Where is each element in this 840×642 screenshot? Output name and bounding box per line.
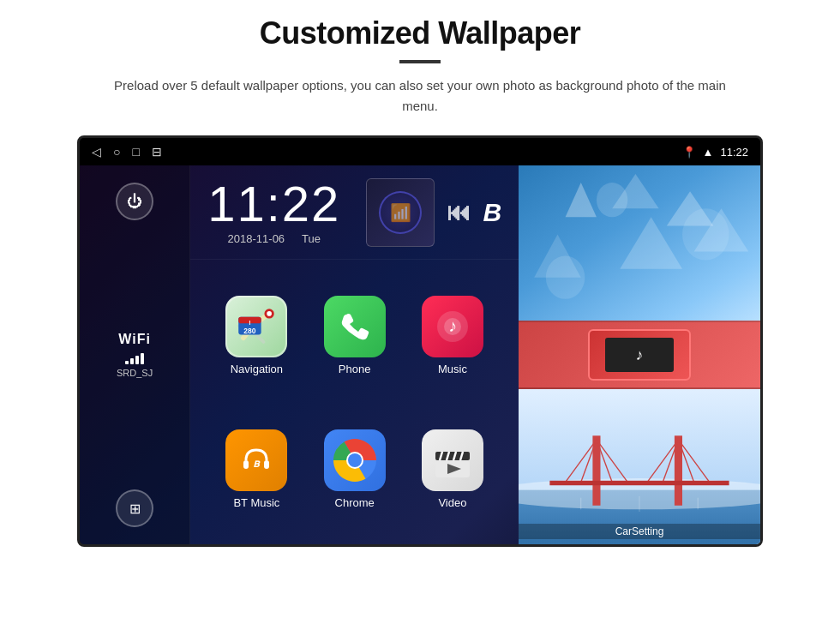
chrome-app-icon <box>324 429 386 491</box>
day-value: Tue <box>302 232 321 245</box>
music-svg: ♪ <box>434 308 471 345</box>
wifi-label: WiFi <box>117 332 153 347</box>
app-item-video[interactable]: Video <box>404 402 501 536</box>
svg-text:280: 280 <box>244 326 256 334</box>
media-circle: 📶 <box>379 191 422 234</box>
phone-app-icon <box>324 296 386 357</box>
media-icons: 📶 ⏮ B <box>366 178 501 247</box>
wifi-bar-4 <box>141 353 144 364</box>
wifi-signal-icon: 📶 <box>390 202 411 223</box>
phone-app-label: Phone <box>339 363 371 375</box>
app-item-btmusic[interactable]: ʙ BT Music <box>207 402 305 536</box>
clock-time: 11:22 <box>207 179 340 229</box>
wallpaper-bridge[interactable]: CarSetting <box>519 389 760 544</box>
video-app-label: Video <box>438 496 466 509</box>
status-right: 📍 ▲ 11:22 <box>682 146 748 159</box>
music-screen: ♪ <box>605 338 674 372</box>
status-nav-icons: ◁ ○ □ ⊟ <box>92 145 162 159</box>
prev-track-button[interactable]: ⏮ <box>447 198 471 226</box>
video-app-icon <box>422 429 483 491</box>
apps-grid-icon: ⊞ <box>129 501 141 517</box>
main-content: ⏻ WiFi SRD_SJ ⊞ <box>80 165 760 544</box>
ice-svg <box>519 165 760 321</box>
btmusic-svg: ʙ <box>237 441 275 479</box>
wifi-bars <box>117 351 153 364</box>
music-app-label: Music <box>438 363 467 375</box>
carsetting-label: CarSetting <box>519 524 760 539</box>
page-title: Customized Wallpaper <box>260 15 581 51</box>
page-container: Customized Wallpaper Preload over 5 defa… <box>0 0 840 642</box>
status-bar: ◁ ○ □ ⊟ 📍 ▲ 11:22 <box>80 138 760 165</box>
svg-text:ʙ: ʙ <box>253 457 261 470</box>
chrome-app-label: Chrome <box>335 496 375 509</box>
btmusic-app-icon: ʙ <box>225 429 287 491</box>
wifi-bar-2 <box>130 358 134 364</box>
app-grid: I 280 Navigation <box>190 260 519 544</box>
media-widget: 📶 <box>366 178 435 247</box>
svg-rect-11 <box>264 460 269 469</box>
music-app-icon: ♪ <box>422 296 483 357</box>
svg-point-30 <box>597 183 627 217</box>
navigation-app-label: Navigation <box>231 363 283 375</box>
device-frame: ◁ ○ □ ⊟ 📍 ▲ 11:22 ⏻ WiFi <box>77 135 763 547</box>
svg-point-31 <box>682 208 729 260</box>
clock-display: 11:22 2018-11-06 Tue <box>207 179 340 245</box>
clock-area: 11:22 2018-11-06 Tue 📶 ⏮ B <box>190 165 519 260</box>
location-icon: 📍 <box>682 146 696 159</box>
music-note-icon: ♪ <box>636 346 644 364</box>
svg-rect-10 <box>243 460 249 469</box>
clock-date: 2018-11-06 Tue <box>207 232 340 245</box>
wifi-bar-1 <box>125 361 129 364</box>
date-value: 2018-11-06 <box>228 232 285 245</box>
bluetooth-label: B <box>483 198 501 227</box>
wifi-info: WiFi SRD_SJ <box>117 332 153 378</box>
app-item-chrome[interactable]: Chrome <box>306 402 404 536</box>
app-item-phone[interactable]: Phone <box>306 268 404 402</box>
wallpaper-ice-blue[interactable] <box>519 165 760 321</box>
wifi-network-name: SRD_SJ <box>117 368 153 378</box>
svg-rect-48 <box>549 481 729 485</box>
center-content: 11:22 2018-11-06 Tue 📶 ⏮ B <box>190 165 519 544</box>
chrome-svg <box>332 437 378 483</box>
wallpaper-music-device[interactable]: ♪ <box>519 321 760 389</box>
wifi-bar-3 <box>135 356 139 364</box>
svg-text:I: I <box>249 320 251 326</box>
btmusic-app-label: BT Music <box>233 496 279 509</box>
ice-crystals-bg <box>519 165 760 321</box>
left-sidebar: ⏻ WiFi SRD_SJ ⊞ <box>80 165 190 544</box>
power-button[interactable]: ⏻ <box>116 183 153 220</box>
power-icon: ⏻ <box>127 193 142 211</box>
screenshot-icon[interactable]: ⊟ <box>152 145 162 159</box>
phone-svg <box>336 308 374 345</box>
app-item-navigation[interactable]: I 280 Navigation <box>207 268 305 402</box>
title-divider <box>399 60 441 63</box>
svg-text:♪: ♪ <box>448 316 457 335</box>
signal-icon: ▲ <box>703 146 714 159</box>
bridge-svg <box>519 389 760 544</box>
svg-point-15 <box>348 453 362 467</box>
apps-button[interactable]: ⊞ <box>116 489 153 527</box>
home-icon[interactable]: ○ <box>113 145 120 159</box>
recent-icon[interactable]: □ <box>132 145 139 159</box>
app-item-music[interactable]: ♪ Music <box>404 268 501 402</box>
video-svg <box>432 440 473 481</box>
back-icon[interactable]: ◁ <box>92 145 101 159</box>
status-time: 11:22 <box>720 146 748 159</box>
navigation-app-icon: I 280 <box>225 296 287 357</box>
page-subtitle: Preload over 5 default wallpaper options… <box>111 75 729 117</box>
music-device-display: ♪ <box>588 329 691 381</box>
svg-point-6 <box>267 311 273 316</box>
svg-point-32 <box>546 256 585 299</box>
right-wallpaper-panels: ♪ <box>519 165 760 544</box>
navigation-map-svg: I 280 <box>227 297 285 356</box>
